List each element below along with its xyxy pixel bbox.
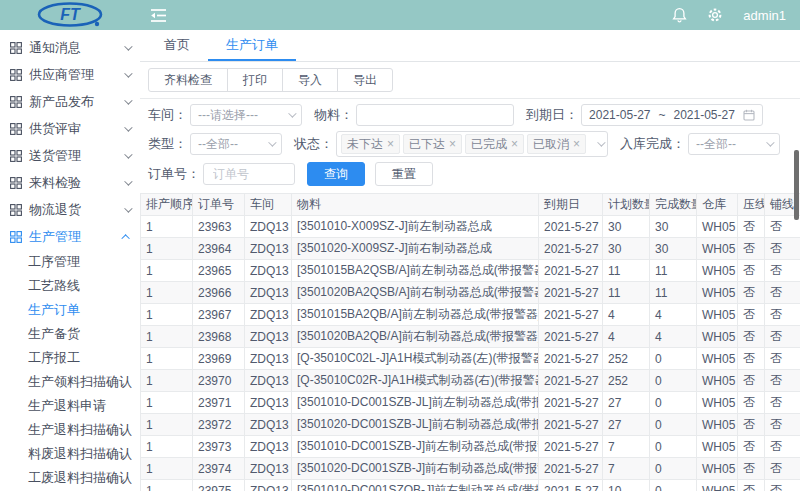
sidebar-subitem[interactable]: 生产退料扫描确认 [0, 418, 140, 442]
inbound-select[interactable]: --全部-- [688, 133, 780, 155]
material-input[interactable] [364, 107, 506, 123]
toolbar-button[interactable]: 导出 [337, 68, 393, 92]
table-cell: 23963 [193, 216, 245, 238]
toolbar-button[interactable]: 齐料检查 [148, 68, 228, 92]
table-cell: 23969 [193, 348, 245, 370]
table-row[interactable]: 123963ZDQ13[3501010-X009SZ-J]前左制动器总成2021… [141, 216, 800, 238]
table-cell: 0 [650, 414, 697, 436]
sidebar-item[interactable]: 生产管理 [0, 223, 140, 250]
bell-icon[interactable] [672, 7, 687, 23]
table-cell: 2021-5-27 [539, 392, 603, 414]
app-grid-icon [10, 177, 22, 189]
chevron-down-icon [124, 204, 132, 212]
table-row[interactable]: 123973ZDQ13[3501010-DC001SZB-J]前左制动器总成(带… [141, 436, 800, 458]
scrollbar-thumb[interactable] [794, 150, 799, 220]
table-cell: [3501010-DC001SZB-JL]前左制动器总成(带报警器)(老气室) [292, 392, 539, 414]
table-cell: [3501020-DC001SZB-J]前右制动器总成(带报警器) [292, 458, 539, 480]
table-cell: 23973 [193, 436, 245, 458]
filter-row-2: 类型： --全部-- 状态： 未下达×已下达×已完成×已取消× 入库完成： --… [148, 131, 792, 157]
status-multiselect[interactable]: 未下达×已下达×已完成×已取消× [336, 131, 608, 157]
menu-fold-icon[interactable] [150, 8, 167, 23]
table-cell: 否 [765, 458, 800, 480]
table-cell: WH05 [697, 436, 738, 458]
due-date-range-picker[interactable]: 2021-05-27 ~ 2021-05-27 [581, 104, 763, 126]
table-cell: 否 [738, 216, 765, 238]
sidebar-subitem[interactable]: 生产订单 [0, 298, 140, 322]
table-cell: 否 [765, 436, 800, 458]
order-no-input-wrap [203, 163, 295, 185]
sidebar-item[interactable]: 新产品发布 [0, 88, 140, 115]
sidebar-subitem[interactable]: 生产退料申请 [0, 394, 140, 418]
chevron-down-icon [597, 138, 605, 146]
reset-button[interactable]: 重置 [375, 162, 433, 186]
tag-close-icon[interactable]: × [387, 137, 394, 151]
order-no-input[interactable] [211, 166, 287, 182]
table-cell: 23970 [193, 370, 245, 392]
table-cell: 否 [738, 392, 765, 414]
table-row[interactable]: 123964ZDQ13[3501020-X009SZ-J]前右制动器总成2021… [141, 238, 800, 260]
sidebar-subitem[interactable]: 料废退料扫描确认 [0, 442, 140, 466]
table-cell: 否 [765, 282, 800, 304]
search-button[interactable]: 查询 [307, 162, 365, 186]
table-row[interactable]: 123966ZDQ13[3501020BA2QSB/A]前右制动器总成(带报警器… [141, 282, 800, 304]
tab[interactable]: 首页 [146, 30, 208, 61]
status-tag[interactable]: 已取消× [527, 134, 586, 154]
table-cell: 1 [141, 414, 193, 436]
sidebar-item[interactable]: 供应商管理 [0, 61, 140, 88]
table-cell: 0 [650, 436, 697, 458]
column-header: 仓库 [697, 194, 738, 216]
table-cell: WH05 [697, 260, 738, 282]
svg-text:FT: FT [60, 6, 81, 23]
table-cell: WH05 [697, 392, 738, 414]
tab[interactable]: 生产订单 [208, 30, 296, 61]
tag-close-icon[interactable]: × [573, 137, 580, 151]
table-cell: 10 [603, 480, 650, 491]
table-cell: 7 [603, 436, 650, 458]
sidebar-subitem[interactable]: 工废退料扫描确认 [0, 466, 140, 490]
table-cell: 否 [738, 238, 765, 260]
table-row[interactable]: 123968ZDQ13[3501020BA2QB/A]前右制动器总成(带报警器)… [141, 326, 800, 348]
tag-close-icon[interactable]: × [449, 137, 456, 151]
table-cell: 1 [141, 370, 193, 392]
table-cell: 否 [738, 436, 765, 458]
sidebar-subitem[interactable]: 生产领料扫描确认 [0, 370, 140, 394]
sidebar-item[interactable]: 供货评审 [0, 115, 140, 142]
table-cell: 23972 [193, 414, 245, 436]
table-cell: 11 [650, 260, 697, 282]
sidebar-subitem[interactable]: 工序管理 [0, 250, 140, 274]
table-cell: [3501020BA2QSB/A]前右制动器总成(带报警器) [292, 282, 539, 304]
username[interactable]: admin1 [743, 8, 786, 23]
status-tag[interactable]: 已完成× [465, 134, 524, 154]
sidebar-item[interactable]: 物流退货 [0, 196, 140, 223]
table-row[interactable]: 123970ZDQ13[Q-35010C02R-J]A1H模式制动器(右)(带报… [141, 370, 800, 392]
sidebar-item[interactable]: 通知消息 [0, 34, 140, 61]
sidebar-subitem[interactable]: 生产备货 [0, 322, 140, 346]
table-row[interactable]: 123969ZDQ13[Q-35010C02L-J]A1H模式制动器(左)(带报… [141, 348, 800, 370]
table-row[interactable]: 123974ZDQ13[3501020-DC001SZB-J]前右制动器总成(带… [141, 458, 800, 480]
table-cell: 1 [141, 238, 193, 260]
table-row[interactable]: 123965ZDQ13[3501015BA2QSB/A]前左制动器总成(带报警器… [141, 260, 800, 282]
orders-table: 排产顺序订单号车间物料到期日计划数量完成数量仓库压线铺线 123963ZDQ13… [140, 193, 800, 491]
status-tag[interactable]: 已下达× [403, 134, 462, 154]
sidebar-item[interactable]: 送货管理 [0, 142, 140, 169]
table-row[interactable]: 123971ZDQ13[3501010-DC001SZB-JL]前左制动器总成(… [141, 392, 800, 414]
chevron-down-icon [124, 42, 132, 50]
table-row[interactable]: 123972ZDQ13[3501020-DC001SZB-JL]前右制动器总成(… [141, 414, 800, 436]
sidebar-subitem[interactable]: 工艺路线 [0, 274, 140, 298]
status-tag[interactable]: 未下达× [341, 134, 400, 154]
status-tag-label: 未下达 [347, 136, 383, 153]
tag-close-icon[interactable]: × [511, 137, 518, 151]
table-row[interactable]: 123975ZDQ13[3501010-DC001SZQB-J]前左制动器总成(… [141, 480, 800, 491]
table-row[interactable]: 123967ZDQ13[3501015BA2QB/A]前左制动器总成(带报警器)… [141, 304, 800, 326]
gear-icon[interactable] [707, 7, 723, 23]
type-select[interactable]: --全部-- [190, 133, 282, 155]
workshop-select[interactable]: ---请选择--- [190, 104, 302, 126]
table-cell: 2021-5-27 [539, 480, 603, 491]
calendar-icon [743, 109, 755, 121]
toolbar-button[interactable]: 打印 [227, 68, 283, 92]
due-from: 2021-05-27 [589, 108, 650, 122]
toolbar-button[interactable]: 导入 [282, 68, 338, 92]
sidebar-subitem[interactable]: 工序报工 [0, 346, 140, 370]
chevron-down-icon [288, 109, 296, 117]
sidebar-item[interactable]: 来料检验 [0, 169, 140, 196]
